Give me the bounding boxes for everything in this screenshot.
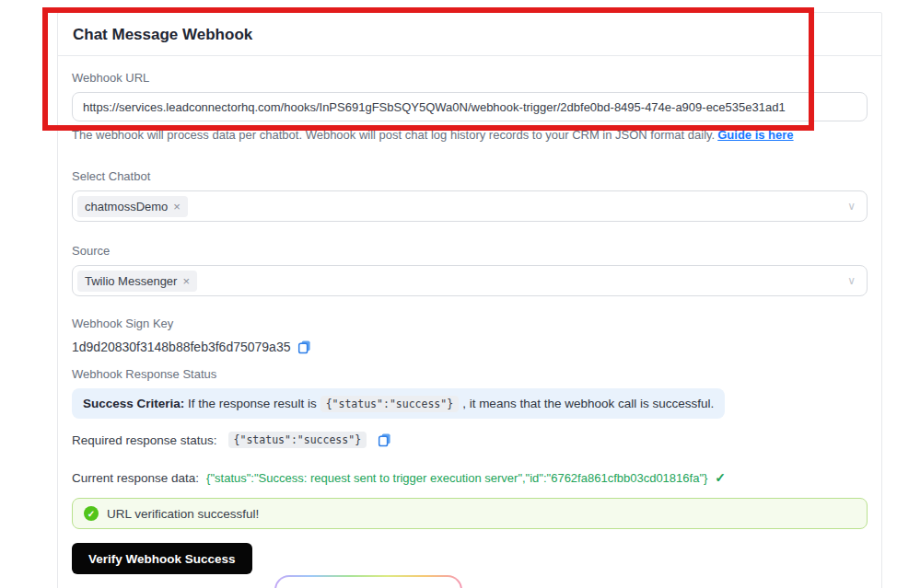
- card-header: Chat Message Webhook: [58, 13, 881, 56]
- response-status-label: Webhook Response Status: [72, 367, 868, 381]
- success-criteria-post: , it means that the webhook call is succ…: [462, 397, 714, 410]
- current-response-value: {"status":"Success: request sent to trig…: [206, 471, 707, 485]
- source-tag-label: Twilio Messenger: [85, 274, 177, 288]
- sign-key-label: Webhook Sign Key: [72, 317, 868, 330]
- required-status-code: {"status":"success"}: [228, 432, 367, 448]
- rainbow-border-widget: [274, 575, 462, 588]
- source-tag: Twilio Messenger×: [77, 271, 197, 292]
- webhook-settings-card: Chat Message Webhook Webhook URL The web…: [57, 12, 882, 588]
- success-criteria-box: Success Criteria: If the response result…: [72, 388, 725, 419]
- success-criteria-title: Success Criteria:: [83, 397, 184, 410]
- page-title: Chat Message Webhook: [73, 26, 867, 44]
- verification-success-alert: ✓ URL verification successful!: [72, 498, 868, 529]
- chevron-down-icon: ∨: [847, 275, 856, 286]
- webhook-url-label: Webhook URL: [72, 71, 868, 85]
- source-select[interactable]: Twilio Messenger× ∨: [72, 265, 868, 296]
- webhook-help-text: The webhook will process data per chatbo…: [72, 128, 868, 142]
- remove-tag-icon[interactable]: ×: [173, 201, 181, 213]
- copy-icon[interactable]: [297, 340, 311, 354]
- verify-webhook-button[interactable]: Verify Webhook Success: [72, 543, 252, 574]
- success-criteria-pre: If the response result is: [184, 397, 316, 410]
- required-status-row: Required response status: {"status":"suc…: [72, 432, 868, 448]
- current-response-row: Current response data: {"status":"Succes…: [72, 470, 868, 485]
- webhook-help-copy: The webhook will process data per chatbo…: [72, 128, 715, 142]
- webhook-url-input[interactable]: [72, 92, 868, 121]
- source-label: Source: [72, 244, 868, 258]
- guide-link[interactable]: Guide is here: [717, 128, 793, 142]
- select-chatbot-label: Select Chatbot: [72, 169, 868, 183]
- check-circle-icon: ✓: [84, 506, 99, 521]
- success-criteria-code: {"status":"success"}: [320, 396, 459, 412]
- rainbow-border-inner: [276, 577, 460, 588]
- alert-message: URL verification successful!: [107, 507, 259, 521]
- chevron-down-icon: ∨: [847, 201, 856, 212]
- chatbot-tag-label: chatmossDemo: [85, 200, 168, 213]
- current-response-label: Current response data:: [72, 471, 199, 485]
- success-check-icon: ✓: [715, 470, 726, 485]
- sign-key-value: 1d9d20830f3148b88feb3f6d75079a35: [72, 340, 290, 354]
- remove-tag-icon[interactable]: ×: [182, 275, 190, 287]
- chatbot-select[interactable]: chatmossDemo× ∨: [72, 190, 868, 222]
- copy-icon[interactable]: [378, 432, 391, 447]
- card-body: Webhook URL The webhook will process dat…: [58, 56, 881, 588]
- sign-key-row: 1d9d20830f3148b88feb3f6d75079a35: [72, 340, 868, 354]
- chatbot-tag: chatmossDemo×: [77, 196, 188, 217]
- required-status-label: Required response status:: [72, 433, 217, 447]
